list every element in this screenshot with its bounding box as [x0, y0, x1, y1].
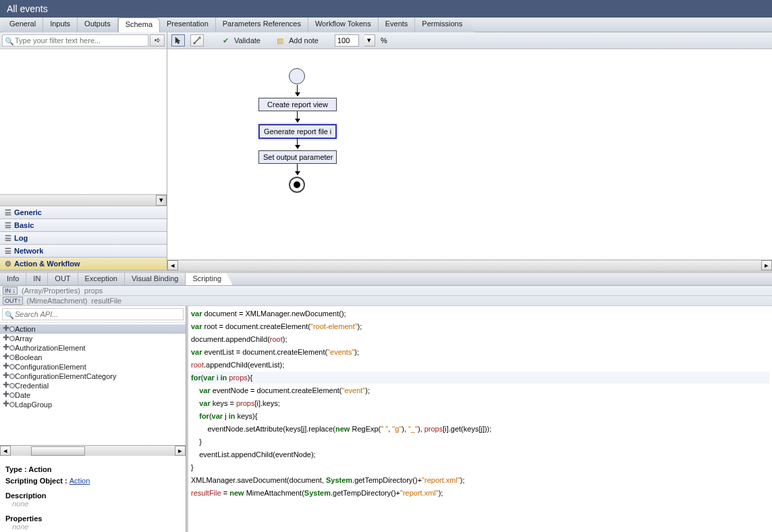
accordion-generic[interactable]: ☰Generic — [0, 206, 167, 219]
bottom-tab-row: Info IN OUT Exception Visual Binding Scr… — [0, 273, 772, 286]
list-icon: ☰ — [4, 235, 11, 242]
tab-inputs[interactable]: Inputs — [43, 18, 78, 32]
flow-arrow — [297, 138, 298, 148]
accordion-network[interactable]: ☰Network — [0, 245, 167, 258]
flow-arrow — [297, 111, 298, 122]
var-rows: IN ↓ (Array/Properties) props OUT↑ (Mime… — [0, 286, 772, 306]
window-title: All events — [0, 0, 772, 18]
var-type: (Array/Properties) — [22, 287, 80, 295]
search-icon: 🔍 — [5, 311, 14, 320]
node-set-output[interactable]: Set output parameter — [258, 150, 337, 164]
list-icon: ☰ — [4, 209, 11, 216]
var-row-out[interactable]: OUT↑ (MimeAttachment) resultFile — [0, 296, 772, 306]
check-icon: ✔ — [223, 36, 229, 45]
tab-events[interactable]: Events — [379, 18, 416, 32]
btab-exception[interactable]: Exception — [78, 273, 125, 285]
tab-param-refs[interactable]: Parameters References — [216, 18, 308, 32]
zoom-dropdown[interactable]: ▾ — [364, 34, 375, 47]
zoom-percent-label: % — [381, 36, 387, 45]
api-h-scrollbar[interactable]: ◂▸ — [0, 445, 186, 456]
workflow-canvas[interactable]: Create report view Generate report file … — [167, 49, 772, 260]
description-label: Description — [5, 492, 180, 500]
api-search-input[interactable] — [2, 308, 184, 320]
api-item-authorizationelement[interactable]: AuthorizationElement — [0, 343, 186, 353]
cursor-icon — [175, 36, 182, 45]
note-icon: ▧ — [277, 36, 283, 45]
canvas-h-scrollbar[interactable]: ◂ ▸ — [167, 260, 772, 270]
scroll-down-icon[interactable]: ▾ — [156, 195, 167, 206]
properties-none: none — [5, 523, 180, 531]
api-item-array[interactable]: Array — [0, 334, 186, 343]
tab-schema[interactable]: Schema — [118, 18, 160, 32]
filter-input[interactable] — [2, 34, 148, 47]
tab-presentation[interactable]: Presentation — [160, 18, 216, 32]
api-item-date[interactable]: Date — [0, 390, 186, 400]
list-icon: ☰ — [4, 222, 11, 229]
api-tree[interactable]: Action Array AuthorizationElement Boolea… — [0, 323, 186, 445]
filter-go-button[interactable]: ➪ — [150, 34, 165, 47]
btab-visual-binding[interactable]: Visual Binding — [125, 273, 186, 285]
api-info-panel: Type : Action Scripting Object : Action … — [0, 456, 186, 532]
gear-icon: ⚙ — [4, 260, 11, 268]
accordion-action-workflow[interactable]: ⚙Action & Workflow — [0, 258, 167, 270]
type-value: Action — [28, 465, 51, 473]
add-note-button[interactable]: Add note — [289, 36, 319, 45]
palette-panel: 🔍 ➪ ▾ ☰Generic ☰Basic ☰Log ☰Network ⚙Act… — [0, 32, 167, 270]
api-item-configurationelement[interactable]: ConfigurationElement — [0, 362, 186, 372]
flow-arrow — [297, 85, 298, 96]
tab-permissions[interactable]: Permissions — [415, 18, 475, 32]
var-name: props — [84, 287, 103, 295]
validate-button[interactable]: Validate — [234, 36, 260, 45]
btab-info[interactable]: Info — [0, 273, 26, 285]
btab-in[interactable]: IN — [26, 273, 48, 285]
tab-general[interactable]: General — [3, 18, 43, 32]
api-item-credential[interactable]: Credential — [0, 381, 186, 390]
in-badge: IN ↓ — [3, 287, 18, 295]
tab-outputs[interactable]: Outputs — [78, 18, 118, 32]
scripting-object-link[interactable]: Action — [70, 477, 90, 485]
connect-tool-button[interactable] — [190, 34, 204, 47]
api-item-ldapgroup[interactable]: LdapGroup — [0, 400, 186, 409]
start-node[interactable] — [289, 68, 305, 84]
svg-point-0 — [194, 42, 196, 45]
var-type: (MimeAttachment) — [27, 297, 88, 305]
accordion-basic[interactable]: ☰Basic — [0, 219, 167, 232]
api-item-configurationelementcategory[interactable]: ConfigurationElementCategory — [0, 372, 186, 381]
description-none: none — [5, 500, 180, 508]
node-create-report-view[interactable]: Create report view — [258, 98, 337, 111]
top-tab-row: General Inputs Outputs Schema Presentati… — [0, 18, 772, 32]
connect-icon — [193, 36, 201, 45]
btab-scripting[interactable]: Scripting — [186, 273, 233, 285]
api-panel: 🔍 Action Array AuthorizationElement Bool… — [0, 306, 186, 532]
canvas-toolbar: ✔ Validate ▧ Add note ▾ % — [167, 32, 772, 49]
btab-out[interactable]: OUT — [48, 273, 78, 285]
flow-arrow — [297, 164, 298, 175]
var-row-in[interactable]: IN ↓ (Array/Properties) props — [0, 286, 772, 296]
api-item-boolean[interactable]: Boolean — [0, 353, 186, 362]
tab-workflow-tokens[interactable]: Workflow Tokens — [308, 18, 379, 32]
code-editor[interactable]: var document = XMLManager.newDocument();… — [186, 306, 772, 532]
node-generate-report[interactable]: Generate report file i — [258, 124, 337, 139]
out-badge: OUT↑ — [3, 297, 23, 305]
accordion-log[interactable]: ☰Log — [0, 232, 167, 245]
type-label: Type : — [5, 465, 28, 473]
properties-label: Properties — [5, 514, 180, 523]
search-icon: 🔍 — [5, 37, 14, 46]
var-name: resultFile — [91, 297, 121, 305]
end-node[interactable] — [289, 177, 305, 193]
zoom-input[interactable] — [335, 34, 359, 47]
list-icon: ☰ — [4, 247, 11, 255]
palette-blank — [0, 49, 167, 194]
pointer-tool-button[interactable] — [171, 34, 185, 47]
scripting-object-label: Scripting Object : — [5, 477, 70, 485]
api-item-action[interactable]: Action — [0, 324, 186, 334]
